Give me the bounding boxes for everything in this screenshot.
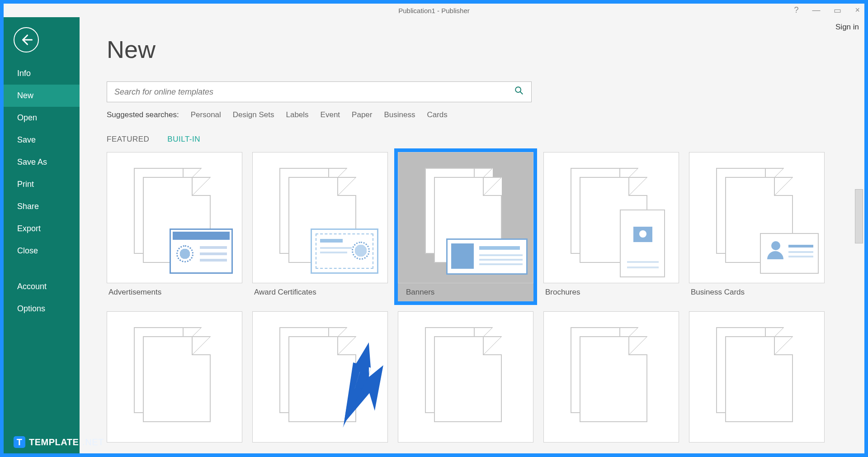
- suggested-business[interactable]: Business: [384, 110, 415, 119]
- template-thumb: [398, 152, 533, 283]
- template-row2-item[interactable]: [689, 311, 825, 443]
- template-thumb: [252, 311, 388, 443]
- svg-line-1: [520, 92, 523, 95]
- template-label: Advertisements: [107, 283, 242, 301]
- template-label: Brochures: [543, 283, 679, 301]
- nav-export[interactable]: Export: [4, 218, 80, 240]
- banner-icon: [446, 238, 528, 275]
- template-tabs: FEATURED BUILT-IN: [107, 135, 837, 144]
- body: Info New Open Save Save As Print Share E…: [4, 17, 864, 453]
- suggested-labels[interactable]: Labels: [286, 110, 309, 119]
- tab-built-in[interactable]: BUILT-IN: [167, 135, 200, 144]
- window-title: Publication1 - Publisher: [398, 7, 470, 14]
- nav-info[interactable]: Info: [4, 62, 80, 85]
- template-thumb: [107, 152, 242, 283]
- template-row2-item[interactable]: [252, 311, 388, 443]
- nav-close[interactable]: Close: [4, 240, 80, 262]
- template-thumb: [252, 152, 388, 283]
- app-window: Publication1 - Publisher ? — ▭ × Sign in…: [4, 4, 864, 453]
- template-thumb: [543, 311, 679, 443]
- nav-save[interactable]: Save: [4, 129, 80, 151]
- nav-new[interactable]: New: [4, 85, 80, 107]
- back-button[interactable]: [14, 27, 39, 52]
- nav-save-as[interactable]: Save As: [4, 151, 80, 173]
- tab-featured[interactable]: FEATURED: [107, 135, 149, 144]
- template-advertisements[interactable]: Advertisements: [107, 152, 242, 301]
- advertisement-icon: [170, 228, 233, 274]
- template-grid: Advertisements Award Certificates Banner…: [107, 152, 837, 443]
- suggested-event[interactable]: Event: [321, 110, 340, 119]
- window-controls: ? — ▭ ×: [794, 5, 860, 15]
- suggested-searches: Suggested searches: Personal Design Sets…: [107, 110, 837, 119]
- suggested-cards[interactable]: Cards: [427, 110, 447, 119]
- template-thumb: [398, 311, 533, 443]
- close-button[interactable]: ×: [855, 5, 860, 15]
- scrollbar[interactable]: [855, 189, 863, 243]
- template-thumb: [689, 152, 825, 283]
- template-award-certificates[interactable]: Award Certificates: [252, 152, 388, 301]
- template-brochures[interactable]: Brochures: [543, 152, 679, 301]
- template-thumb: [689, 311, 825, 443]
- certificate-icon: [311, 228, 378, 274]
- template-label: Award Certificates: [252, 283, 388, 301]
- backstage-sidebar: Info New Open Save Save As Print Share E…: [4, 17, 80, 453]
- watermark-text2: .NET: [82, 437, 104, 447]
- template-row2-item[interactable]: [398, 311, 533, 443]
- nav-print[interactable]: Print: [4, 173, 80, 195]
- suggested-paper[interactable]: Paper: [352, 110, 372, 119]
- suggested-label: Suggested searches:: [107, 110, 179, 119]
- template-row2-item[interactable]: [107, 311, 242, 443]
- business-card-icon: [760, 233, 819, 274]
- svg-point-0: [515, 87, 521, 92]
- watermark-icon: T: [14, 436, 25, 448]
- search-input[interactable]: [114, 87, 514, 97]
- nav-options[interactable]: Options: [4, 298, 80, 320]
- nav-account[interactable]: Account: [4, 276, 80, 298]
- search-icon[interactable]: [514, 86, 524, 98]
- template-thumb: [543, 152, 679, 283]
- arrow-left-icon: [19, 33, 33, 47]
- watermark-text1: TEMPLATE: [29, 437, 79, 447]
- help-button[interactable]: ?: [794, 5, 798, 15]
- restore-button[interactable]: ▭: [834, 5, 841, 15]
- nav-open[interactable]: Open: [4, 107, 80, 129]
- brochure-icon: [620, 209, 665, 277]
- template-search[interactable]: [107, 81, 532, 102]
- minimize-button[interactable]: —: [812, 5, 820, 15]
- nav-share[interactable]: Share: [4, 195, 80, 218]
- content-area: New Suggested searches: Personal Design …: [80, 17, 864, 453]
- template-business-cards[interactable]: Business Cards: [689, 152, 825, 301]
- template-row2-item[interactable]: [543, 311, 679, 443]
- suggested-personal[interactable]: Personal: [191, 110, 221, 119]
- page-title: New: [107, 35, 837, 63]
- template-label: Banners: [398, 283, 533, 301]
- template-banners[interactable]: Banners: [398, 152, 533, 301]
- titlebar: Publication1 - Publisher ? — ▭ ×: [4, 4, 864, 17]
- nav-divider: [4, 262, 80, 276]
- suggested-design-sets[interactable]: Design Sets: [233, 110, 274, 119]
- template-thumb: [107, 311, 242, 443]
- watermark: T TEMPLATE.NET: [14, 436, 104, 448]
- template-label: Business Cards: [689, 283, 825, 301]
